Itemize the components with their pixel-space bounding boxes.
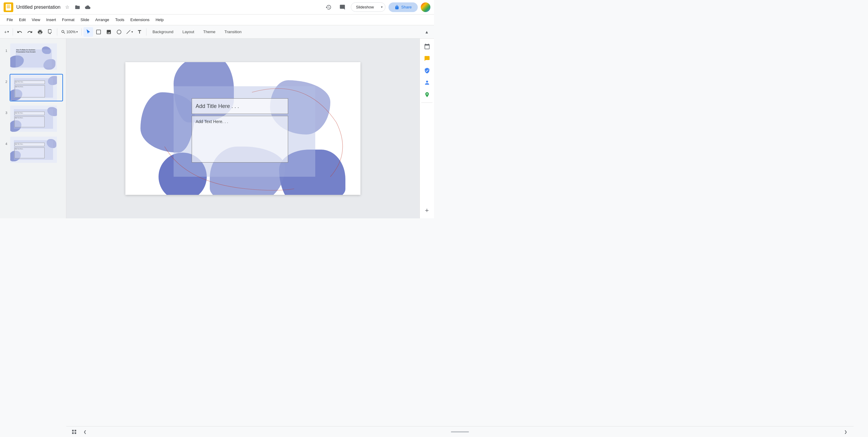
menu-bar: File Edit View Insert Format Slide Arran…: [0, 14, 434, 25]
slide-canvas-3: Add Title Here... Add Text Here...: [10, 106, 57, 132]
history-button[interactable]: [323, 2, 334, 13]
print-button[interactable]: [35, 27, 45, 37]
slideshow-main-button[interactable]: Slideshow: [351, 3, 378, 11]
slide3-text: Add Text Here...: [15, 117, 24, 119]
slide-wrapper-2: Add Title Here... Add Text Here...: [10, 74, 63, 101]
layout-button[interactable]: Layout: [178, 28, 198, 36]
add-arrow-icon: ▾: [7, 30, 9, 34]
menu-slide[interactable]: Slide: [78, 16, 92, 23]
toolbar-collapse-button[interactable]: ▲: [422, 27, 432, 37]
maps-sidebar-button[interactable]: [422, 89, 433, 100]
toolbar-divider-4: [146, 28, 147, 36]
sidebar-add-button[interactable]: +: [422, 205, 433, 216]
cursor-tool-button[interactable]: [84, 27, 93, 37]
slide-canvas-1: How To Make An AestheticPresentation Fro…: [10, 43, 57, 70]
slide-thumb-1[interactable]: 1 How To Make An AestheticPresentation F…: [0, 41, 66, 72]
slide2-text-label: Add Text Here...: [16, 86, 24, 87]
text-placeholder: Add Text Here. . .: [195, 119, 228, 124]
menu-arrange[interactable]: Arrange: [92, 16, 112, 23]
slide-number-4: 4: [3, 142, 7, 146]
slide-thumb-3[interactable]: 3 Add Title Here... Add Text Here...: [0, 103, 66, 134]
theme-button[interactable]: Theme: [199, 28, 219, 36]
toolbar-right: ▲: [422, 27, 432, 37]
slide3-title: Add Title Here...: [15, 112, 24, 114]
comment-button[interactable]: [337, 2, 348, 13]
right-sidebar: +: [420, 38, 434, 218]
content-text-box[interactable]: Add Text Here. . .: [192, 116, 288, 163]
menu-tools[interactable]: Tools: [112, 16, 127, 23]
svg-point-1: [117, 30, 121, 34]
cloud-save-button[interactable]: [84, 3, 92, 11]
toolbar: + ▾ 100% ▾ ▾ Background Layout Theme: [0, 25, 434, 38]
slide-canvas-4: Add Title Here... Add Text Here...: [10, 137, 57, 163]
text-tool-button[interactable]: [135, 27, 144, 37]
line-arrow: ▾: [131, 30, 133, 33]
paint-format-button[interactable]: [45, 27, 55, 37]
slide-wrapper-3: Add Title Here... Add Text Here...: [10, 105, 63, 133]
title-icons: ☆: [63, 3, 92, 11]
user-avatar[interactable]: [421, 2, 430, 12]
sidebar-divider: [421, 103, 433, 103]
slide2-title-label: Add Title Here...: [16, 81, 24, 83]
main-layout: 1 How To Make An AestheticPresentation F…: [0, 38, 434, 218]
canvas-area[interactable]: Add Title Here . . . Add Text Here. . .: [66, 38, 420, 218]
title-text-box[interactable]: Add Title Here . . .: [192, 98, 288, 114]
add-icon: +: [4, 30, 7, 34]
slide-wrapper-4: Add Title Here... Add Text Here...: [10, 136, 63, 164]
slide1-title-text: How To Make An AestheticPresentation Fro…: [16, 49, 36, 53]
line-tool-button[interactable]: ▾: [124, 27, 134, 37]
slide4-title: Add Title Here...: [15, 143, 24, 145]
zoom-selector[interactable]: 100% ▾: [59, 28, 80, 36]
share-label: Share: [401, 5, 412, 9]
menu-file[interactable]: File: [4, 16, 16, 23]
document-title[interactable]: Untitled presentation: [16, 4, 61, 10]
menu-extensions[interactable]: Extensions: [127, 16, 153, 23]
drive-folder-button[interactable]: [73, 3, 82, 11]
slide-canvas-2: Add Title Here... Add Text Here...: [10, 75, 57, 101]
tasks-sidebar-button[interactable]: [422, 65, 433, 76]
menu-format[interactable]: Format: [59, 16, 78, 23]
menu-view[interactable]: View: [29, 16, 43, 23]
shape-tool-button[interactable]: [114, 27, 124, 37]
menu-help[interactable]: Help: [153, 16, 167, 23]
slide-thumb-4[interactable]: 4 Add Title Here... Add Text Here...: [0, 134, 66, 165]
zoom-level: 100%: [66, 30, 76, 34]
bookmark-button[interactable]: ☆: [63, 3, 71, 11]
svg-rect-0: [96, 30, 101, 34]
toolbar-divider-2: [57, 28, 57, 36]
slide-wrapper-1: How To Make An AestheticPresentation Fro…: [10, 43, 63, 70]
zoom-arrow: ▾: [76, 30, 78, 33]
slideshow-dropdown-button[interactable]: ▾: [378, 3, 385, 11]
add-button[interactable]: + ▾: [2, 27, 11, 37]
contacts-sidebar-button[interactable]: [422, 77, 433, 88]
title-right: Slideshow ▾ Share: [323, 2, 430, 13]
slide-background: Add Title Here . . . Add Text Here. . .: [125, 62, 361, 195]
redo-button[interactable]: [25, 27, 35, 37]
app-icon[interactable]: [4, 2, 13, 12]
menu-edit[interactable]: Edit: [16, 16, 29, 23]
slide4-text: Add Text Here...: [15, 148, 24, 150]
slideshow-button-group: Slideshow ▾: [351, 2, 385, 12]
undo-button[interactable]: [15, 27, 24, 37]
image-tool-button[interactable]: [104, 27, 114, 37]
slide-number-2: 2: [3, 80, 7, 84]
menu-insert[interactable]: Insert: [43, 16, 59, 23]
main-slide-canvas[interactable]: Add Title Here . . . Add Text Here. . .: [125, 62, 361, 195]
svg-line-2: [127, 30, 130, 34]
title-bar: Untitled presentation ☆ Slideshow ▾ Shar…: [0, 0, 434, 14]
transition-button[interactable]: Transition: [220, 28, 246, 36]
calendar-sidebar-button[interactable]: [422, 41, 433, 52]
notes-sidebar-button[interactable]: [422, 53, 433, 64]
title-placeholder: Add Title Here . . .: [195, 103, 239, 110]
select-tool-button[interactable]: [94, 27, 103, 37]
slide-panel[interactable]: 1 How To Make An AestheticPresentation F…: [0, 38, 66, 218]
share-button[interactable]: Share: [389, 2, 418, 12]
slide-thumb-2[interactable]: 2 Add Title Here... Add Text Here...: [0, 72, 66, 103]
slide-number-3: 3: [3, 111, 7, 115]
slide-number-1: 1: [3, 49, 7, 53]
background-button[interactable]: Background: [148, 28, 178, 36]
